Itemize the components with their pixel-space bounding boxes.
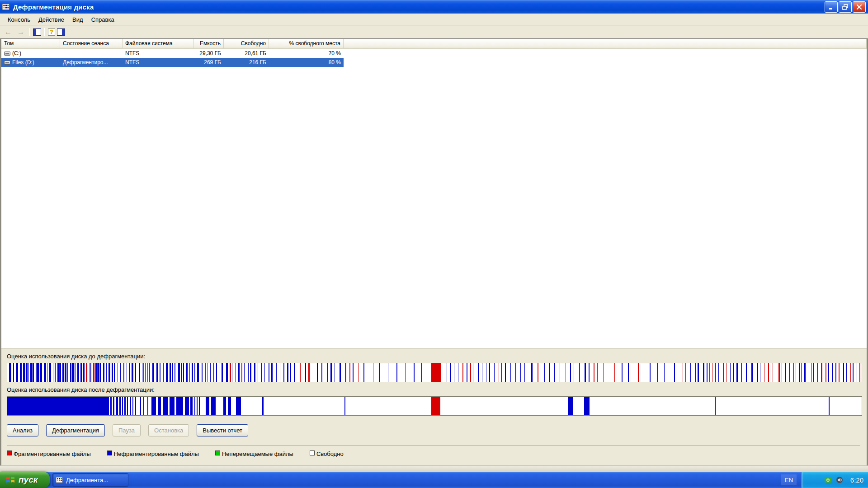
disk-map-stripe bbox=[30, 363, 33, 382]
taskbar-task-button[interactable]: Дефрагмента... bbox=[52, 473, 128, 487]
show-console-tree-icon[interactable] bbox=[33, 28, 41, 36]
disk-map-stripe bbox=[166, 363, 168, 382]
disk-map-stripe bbox=[450, 363, 451, 382]
disk-map-stripe bbox=[499, 363, 499, 382]
column-volume[interactable]: Том bbox=[1, 39, 60, 49]
disk-map-stripe bbox=[757, 363, 758, 382]
disk-map-stripe bbox=[232, 363, 232, 382]
tray-volume-icon[interactable] bbox=[836, 476, 844, 484]
disk-map-stripe bbox=[703, 363, 704, 382]
disk-map-stripe bbox=[340, 363, 341, 382]
column-free-space[interactable]: Свободно bbox=[224, 39, 269, 49]
disk-map-stripe bbox=[709, 363, 710, 382]
disk-map-stripe bbox=[93, 363, 94, 382]
show-action-pane-icon[interactable] bbox=[57, 28, 65, 36]
disk-map-stripe bbox=[158, 397, 161, 415]
legend-contiguous: Нефрагментированные файлы bbox=[107, 450, 199, 457]
disk-map-stripe bbox=[715, 363, 716, 382]
disk-map-stripe bbox=[224, 363, 224, 382]
volume-name: Files (D:) bbox=[12, 59, 34, 66]
app-icon bbox=[2, 3, 10, 11]
disk-map-stripe bbox=[839, 363, 840, 382]
disk-map-stripe bbox=[129, 363, 130, 382]
disk-map-stripe bbox=[250, 363, 251, 382]
disk-map-stripe bbox=[695, 363, 696, 382]
disk-map-stripe bbox=[26, 363, 28, 382]
window-title: Дефрагментация диска bbox=[13, 3, 94, 11]
column-percent-free[interactable]: % свободного места bbox=[269, 39, 344, 49]
disk-map-stripe bbox=[170, 363, 171, 382]
disk-map-stripe bbox=[235, 363, 236, 382]
disk-map-stripe bbox=[308, 363, 310, 382]
action-buttons: Анализ Дефрагментация Пауза Остановка Вы… bbox=[7, 424, 248, 436]
menu-action[interactable]: Действие bbox=[34, 14, 68, 25]
disk-map-stripe bbox=[189, 363, 190, 382]
start-label: пуск bbox=[19, 475, 38, 485]
disk-map-stripe bbox=[566, 363, 566, 382]
disk-map-stripe bbox=[760, 363, 760, 382]
minimize-button[interactable] bbox=[825, 1, 838, 13]
list-header: Том Состояние сеанса Файловая система Ем… bbox=[1, 39, 867, 49]
disk-map-stripe bbox=[36, 363, 37, 382]
fragmented-swatch bbox=[7, 450, 12, 455]
disk-map-stripe bbox=[741, 363, 742, 382]
disk-map-stripe bbox=[764, 363, 764, 382]
analyze-button[interactable]: Анализ bbox=[7, 424, 38, 436]
disk-map-stripe bbox=[172, 363, 173, 382]
disk-map-stripe bbox=[236, 397, 241, 415]
column-session-status[interactable]: Состояние сеанса bbox=[60, 39, 123, 49]
menu-help[interactable]: Справка bbox=[87, 14, 118, 25]
view-report-button[interactable]: Вывести отчет bbox=[197, 424, 248, 436]
disk-map-stripe bbox=[811, 363, 811, 382]
disk-map-stripe bbox=[210, 363, 211, 382]
back-icon[interactable]: ← bbox=[3, 28, 14, 36]
disk-map-stripe bbox=[13, 363, 14, 382]
disk-map-stripe bbox=[486, 363, 486, 382]
disk-map-stripe bbox=[801, 363, 802, 382]
toolbar-separator bbox=[44, 28, 45, 36]
disk-map-stripe bbox=[447, 363, 447, 382]
defragment-button[interactable]: Дефрагментация bbox=[46, 424, 105, 436]
disk-map-stripe bbox=[345, 363, 346, 382]
forward-icon[interactable]: → bbox=[15, 28, 26, 36]
disk-map-stripe bbox=[853, 363, 854, 382]
disk-map-stripe bbox=[785, 363, 786, 382]
disk-map-stripe bbox=[90, 363, 91, 382]
table-row-d-selected[interactable]: Files (D:) Дефрагментиро... NTFS 269 ГБ … bbox=[1, 58, 344, 67]
disk-map-stripe bbox=[707, 363, 708, 382]
disk-map-stripe bbox=[110, 397, 112, 415]
disk-map-stripe bbox=[664, 363, 665, 382]
disk-map-stripe bbox=[538, 363, 538, 382]
disk-map-stripe bbox=[222, 363, 223, 382]
disk-map-stripe bbox=[736, 363, 738, 382]
restore-button[interactable] bbox=[839, 1, 852, 13]
disk-map-stripe bbox=[353, 363, 354, 382]
legend-free: Свободно bbox=[310, 450, 344, 457]
disk-map-stripe bbox=[294, 363, 295, 382]
disk-map-stripe bbox=[510, 363, 511, 382]
disk-map-stripe bbox=[147, 397, 148, 415]
disk-usage-before-bar bbox=[7, 363, 862, 382]
disk-map-stripe bbox=[657, 363, 658, 382]
disk-map-stripe bbox=[321, 363, 322, 382]
disk-map-stripe bbox=[98, 363, 99, 382]
start-button[interactable]: пуск bbox=[0, 472, 50, 488]
disk-map-stripe bbox=[197, 397, 198, 415]
column-file-system[interactable]: Файловая система bbox=[123, 39, 193, 49]
disk-map-stripe bbox=[751, 363, 753, 382]
close-button[interactable] bbox=[853, 1, 866, 13]
tray-gpu-icon[interactable] bbox=[824, 476, 832, 484]
disk-map-stripe bbox=[57, 363, 60, 382]
menubar: Консоль Действие Вид Справка bbox=[0, 14, 868, 26]
titlebar[interactable]: Дефрагментация диска bbox=[0, 0, 868, 14]
disk-map-stripe bbox=[248, 363, 249, 382]
disk-map-stripe bbox=[151, 397, 156, 415]
table-row-c[interactable]: (C:) NTFS 29,30 ГБ 20,61 ГБ 70 % bbox=[1, 49, 344, 58]
disk-map-stripe bbox=[132, 363, 133, 382]
help-icon[interactable]: ? bbox=[48, 28, 55, 36]
menu-view[interactable]: Вид bbox=[68, 14, 87, 25]
column-capacity[interactable]: Емкость bbox=[193, 39, 224, 49]
language-indicator[interactable]: EN bbox=[781, 474, 797, 485]
percent-free: 70 % bbox=[269, 50, 344, 56]
menu-console[interactable]: Консоль bbox=[4, 14, 34, 25]
